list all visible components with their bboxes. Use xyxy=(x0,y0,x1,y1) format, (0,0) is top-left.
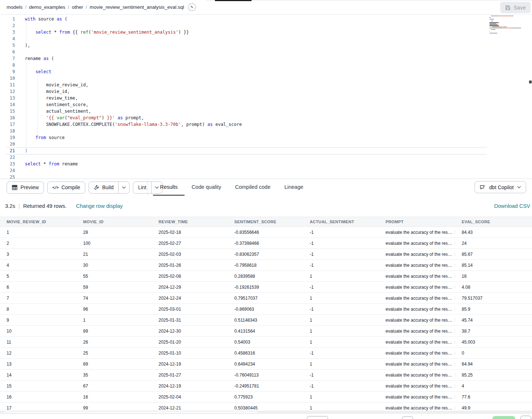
sql-code-editor[interactable]: 1with source as (23 select * from {{ ref… xyxy=(0,15,532,179)
column-header-sentiment_score: SENTIMENT_SCORE xyxy=(228,220,303,224)
save-label: Save xyxy=(514,5,526,11)
edit-filename-icon[interactable]: ✎ xyxy=(188,3,196,11)
table-row: 15672024-12-19-0.24951781-1evaluate the … xyxy=(0,381,532,392)
expand-prompt-icon[interactable]: > xyxy=(455,307,455,312)
code-line: 19 from source xyxy=(0,134,532,141)
cell: 45.74 xyxy=(455,318,532,323)
rows-returned-text: Returned 49 rows. xyxy=(23,203,66,209)
cell: 25 xyxy=(77,351,152,356)
expand-prompt-icon[interactable]: > xyxy=(455,394,455,400)
expand-prompt-icon[interactable]: > xyxy=(455,351,455,356)
save-button[interactable]: Save xyxy=(500,2,531,13)
tab-compiled-code[interactable]: Compiled code xyxy=(228,179,278,196)
cell: 0.4131564 xyxy=(228,329,303,334)
indent-guide xyxy=(26,62,26,68)
line-number: 1 xyxy=(0,16,15,22)
indent-guide xyxy=(26,75,26,82)
cell: 2025-01-27 xyxy=(152,373,228,378)
table-row: 4302025-01-26-0.7958618-1evaluate the ac… xyxy=(0,260,532,271)
editor-scrollbar-thumb[interactable] xyxy=(529,81,532,83)
cell: 74 xyxy=(77,296,152,301)
line-number: 15 xyxy=(0,108,15,115)
change-row-display-link[interactable]: Change row display xyxy=(76,203,123,209)
code-line: 7rename as ( xyxy=(0,55,532,62)
cell: 0 xyxy=(455,351,532,356)
cell: 17 xyxy=(0,405,77,411)
breadcrumb-item: other xyxy=(72,4,83,10)
table-row: 12252025-01-100.4586316-1evaluate the ac… xyxy=(0,348,532,359)
expand-prompt-icon[interactable]: > xyxy=(455,296,455,301)
top-strip-dark-segment xyxy=(215,0,252,1)
breadcrumb-item: demo_examples xyxy=(29,4,65,10)
expand-prompt-icon[interactable]: > xyxy=(455,384,455,389)
expand-prompt-icon[interactable]: > xyxy=(455,373,455,378)
prompt-cell: evaluate the accuracy of the res…> xyxy=(379,252,455,257)
horizontal-scrollbar-thumb[interactable] xyxy=(3,411,258,414)
code-line: 4 xyxy=(0,35,532,42)
cell: 85.14 xyxy=(455,263,532,268)
cell: 2024-12-24 xyxy=(152,296,228,301)
cell: 85.25 xyxy=(455,373,532,378)
cell: 2024-12-29 xyxy=(152,285,228,290)
cell: 0.79517037 xyxy=(228,296,303,301)
line-number: 5 xyxy=(0,42,15,49)
horizontal-scrollbar[interactable] xyxy=(0,411,532,414)
expand-prompt-icon[interactable]: > xyxy=(455,340,455,345)
tab-lineage[interactable]: Lineage xyxy=(278,179,310,196)
cell: 1 xyxy=(77,318,152,323)
dbt-copilot-button[interactable]: dbt Copilot xyxy=(475,181,526,193)
cell: 84.43 xyxy=(455,230,532,235)
code-line: 25 xyxy=(0,174,532,179)
expand-prompt-icon[interactable]: > xyxy=(455,263,455,268)
line-number: 25 xyxy=(0,174,15,179)
cell: 2024-12-21 xyxy=(152,405,228,411)
cell: -1 xyxy=(303,241,379,246)
prompt-cell: evaluate the accuracy of the res…> xyxy=(379,285,455,290)
cell: 2025-02-18 xyxy=(152,230,228,235)
editor-minimap[interactable] xyxy=(490,14,528,34)
compile-button[interactable]: </> Compile xyxy=(47,182,85,194)
tab-code-quality[interactable]: Code quality xyxy=(185,179,228,196)
expand-prompt-icon[interactable]: > xyxy=(455,318,455,323)
indent-guide xyxy=(38,128,38,134)
cell: 0.50380445 xyxy=(228,405,303,411)
table-row: 17992024-12-210.503804451evaluate the ac… xyxy=(0,403,532,411)
code-text: actual_sentiment, xyxy=(25,108,91,115)
code-text: sentiment_score, xyxy=(25,101,88,108)
lint-button[interactable]: Lint xyxy=(133,182,151,193)
table-row: 21002025-02-27-0.37398466-1evaluate the … xyxy=(0,238,532,249)
expand-prompt-icon[interactable]: > xyxy=(455,252,455,257)
prompt-cell: evaluate the accuracy of the res…> xyxy=(379,318,455,323)
preview-button[interactable]: Preview xyxy=(7,182,44,194)
column-header-review_time: REVIEW_TIME xyxy=(152,220,228,224)
cell: -0.19261539 xyxy=(228,285,303,290)
cell: 1 xyxy=(303,405,379,411)
cell: 11 xyxy=(0,340,77,345)
tab-results[interactable]: Results xyxy=(153,179,185,196)
cell: 28 xyxy=(77,230,152,235)
expand-prompt-icon[interactable]: > xyxy=(455,285,455,290)
prompt-cell: evaluate the accuracy of the res…> xyxy=(379,351,455,356)
cell: 2024-12-30 xyxy=(152,329,228,334)
build-dropdown-toggle[interactable] xyxy=(118,182,129,193)
code-line: 12 movie_id, xyxy=(0,88,532,95)
download-csv-link[interactable]: Download CSV xyxy=(494,195,530,217)
prompt-preview-text: evaluate the accuracy of the res… xyxy=(386,296,452,301)
cell: 49.9 xyxy=(455,405,532,411)
expand-prompt-icon[interactable]: > xyxy=(455,274,455,279)
expand-prompt-icon[interactable]: > xyxy=(455,241,455,246)
cell: 89 xyxy=(77,329,152,334)
cell: 2025-02-04 xyxy=(152,394,228,400)
prompt-cell: evaluate the accuracy of the res…> xyxy=(379,296,455,301)
cell: 12 xyxy=(0,351,77,356)
table-row: 10892024-12-300.41315641evaluate the acc… xyxy=(0,326,532,337)
expand-prompt-icon[interactable]: > xyxy=(455,362,455,367)
prompt-cell: evaluate the accuracy of the res…> xyxy=(379,384,455,389)
cell: 2024-12-19 xyxy=(152,362,228,367)
breadcrumb-separator: / xyxy=(25,4,27,10)
cell: -1 xyxy=(303,263,379,268)
expand-prompt-icon[interactable]: > xyxy=(455,230,455,235)
expand-prompt-icon[interactable]: > xyxy=(455,405,455,411)
build-button[interactable]: Build xyxy=(89,182,118,193)
expand-prompt-icon[interactable]: > xyxy=(455,329,455,334)
